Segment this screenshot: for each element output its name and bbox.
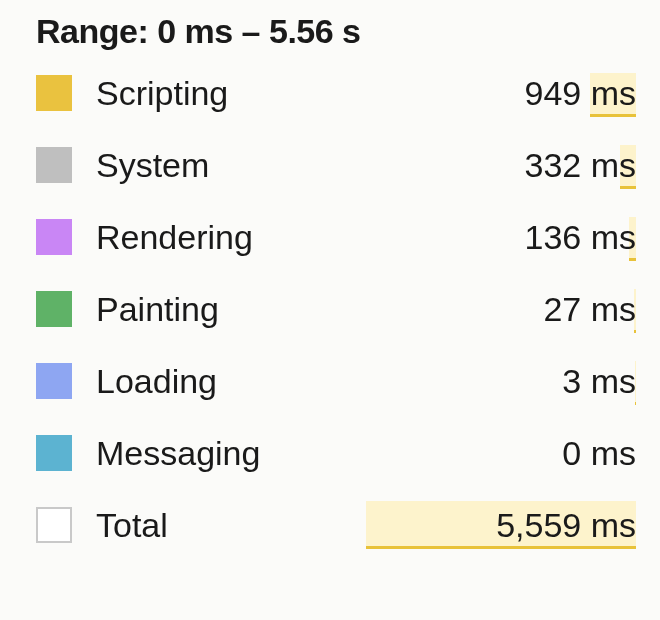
value-total: 5,559 ms	[496, 506, 636, 545]
label-messaging: Messaging	[96, 434, 260, 473]
value-wrap-messaging: 0 ms	[562, 434, 636, 473]
value-loading: 3 ms	[562, 362, 636, 401]
value-wrap-loading: 3 ms	[562, 362, 636, 401]
swatch-messaging-icon	[36, 435, 72, 471]
performance-summary-panel: Range: 0 ms – 5.56 s Scripting 949 ms Sy…	[0, 0, 660, 559]
swatch-system-icon	[36, 147, 72, 183]
label-total: Total	[96, 506, 168, 545]
value-wrap-scripting: 949 ms	[525, 74, 637, 113]
value-wrap-system: 332 ms	[525, 146, 637, 185]
row-scripting[interactable]: Scripting 949 ms	[36, 71, 636, 115]
value-wrap-total: 5,559 ms	[496, 506, 636, 545]
label-scripting: Scripting	[96, 74, 228, 113]
label-system: System	[96, 146, 209, 185]
swatch-total-icon	[36, 507, 72, 543]
value-painting: 27 ms	[543, 290, 636, 329]
range-header: Range: 0 ms – 5.56 s	[36, 12, 636, 51]
swatch-loading-icon	[36, 363, 72, 399]
value-wrap-painting: 27 ms	[543, 290, 636, 329]
label-loading: Loading	[96, 362, 217, 401]
swatch-painting-icon	[36, 291, 72, 327]
value-wrap-rendering: 136 ms	[525, 218, 637, 257]
swatch-scripting-icon	[36, 75, 72, 111]
value-system: 332 ms	[525, 146, 637, 185]
label-rendering: Rendering	[96, 218, 253, 257]
row-rendering[interactable]: Rendering 136 ms	[36, 215, 636, 259]
value-rendering: 136 ms	[525, 218, 637, 257]
row-total[interactable]: Total 5,559 ms	[36, 503, 636, 547]
row-painting[interactable]: Painting 27 ms	[36, 287, 636, 331]
value-messaging: 0 ms	[562, 434, 636, 473]
category-rows: Scripting 949 ms System 332 ms Rendering…	[36, 71, 636, 547]
row-system[interactable]: System 332 ms	[36, 143, 636, 187]
value-scripting: 949 ms	[525, 74, 637, 113]
swatch-rendering-icon	[36, 219, 72, 255]
label-painting: Painting	[96, 290, 219, 329]
row-messaging[interactable]: Messaging 0 ms	[36, 431, 636, 475]
row-loading[interactable]: Loading 3 ms	[36, 359, 636, 403]
